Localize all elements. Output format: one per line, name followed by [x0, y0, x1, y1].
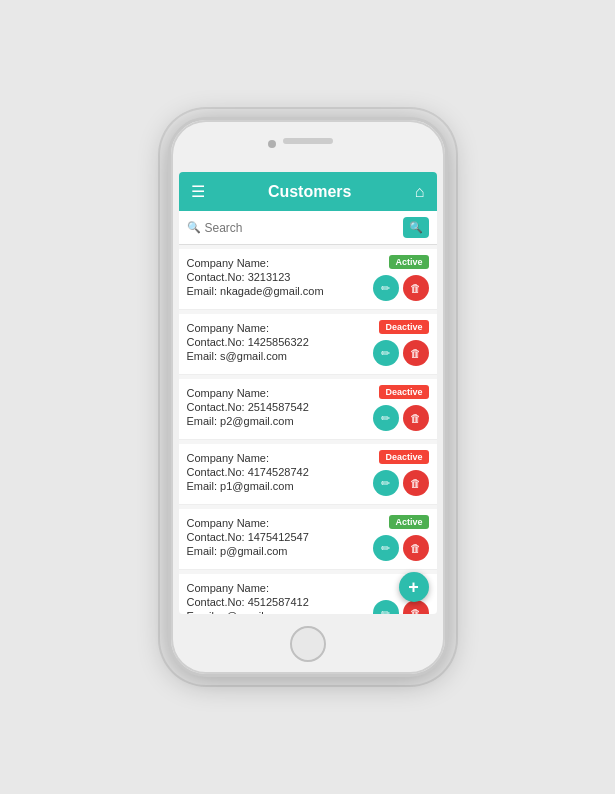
phone-home-button[interactable] [290, 626, 326, 662]
customer-actions: ✏ 🗑 [373, 405, 429, 431]
phone-frame: ☰ Customers ⌂ 🔍 🔍 Active Company Name: C… [168, 117, 448, 677]
add-customer-button[interactable]: + [399, 572, 429, 602]
edit-button[interactable]: ✏ [373, 535, 399, 561]
delete-button[interactable]: 🗑 [403, 340, 429, 366]
customer-actions: ✏ 🗑 [373, 340, 429, 366]
status-badge: Active [389, 515, 428, 529]
page-title: Customers [205, 183, 415, 201]
phone-screen: ☰ Customers ⌂ 🔍 🔍 Active Company Name: C… [179, 172, 437, 614]
status-badge: Active [389, 255, 428, 269]
edit-button[interactable]: ✏ [373, 405, 399, 431]
search-button[interactable]: 🔍 [403, 217, 429, 238]
menu-icon[interactable]: ☰ [191, 182, 205, 201]
customer-actions: ✏ 🗑 [373, 470, 429, 496]
customer-item: Company Name: Contact.No: 4512587412 Ema… [179, 574, 437, 614]
delete-button[interactable]: 🗑 [403, 600, 429, 614]
customer-item: Deactive Company Name: Contact.No: 41745… [179, 444, 437, 505]
edit-button[interactable]: ✏ [373, 600, 399, 614]
delete-button[interactable]: 🗑 [403, 535, 429, 561]
delete-button[interactable]: 🗑 [403, 275, 429, 301]
phone-speaker [283, 138, 333, 144]
edit-button[interactable]: ✏ [373, 275, 399, 301]
customer-item: Active Company Name: Contact.No: 3213123… [179, 249, 437, 310]
edit-button[interactable]: ✏ [373, 470, 399, 496]
delete-button[interactable]: 🗑 [403, 405, 429, 431]
delete-button[interactable]: 🗑 [403, 470, 429, 496]
app-header: ☰ Customers ⌂ [179, 172, 437, 211]
status-badge: Deactive [379, 320, 428, 334]
phone-camera [268, 140, 276, 148]
customer-item: Deactive Company Name: Contact.No: 14258… [179, 314, 437, 375]
search-input[interactable] [205, 221, 403, 235]
customer-actions: ✏ 🗑 [373, 600, 429, 614]
company-name: Company Name: [187, 582, 429, 594]
edit-button[interactable]: ✏ [373, 340, 399, 366]
status-badge: Deactive [379, 385, 428, 399]
customer-item: Deactive Company Name: Contact.No: 25145… [179, 379, 437, 440]
customers-list: Active Company Name: Contact.No: 3213123… [179, 245, 437, 614]
search-icon-left: 🔍 [187, 221, 201, 234]
customer-actions: ✏ 🗑 [373, 535, 429, 561]
status-badge: Deactive [379, 450, 428, 464]
search-bar: 🔍 🔍 [179, 211, 437, 245]
home-icon[interactable]: ⌂ [415, 183, 425, 201]
customer-item: Active Company Name: Contact.No: 1475412… [179, 509, 437, 570]
customer-actions: ✏ 🗑 [373, 275, 429, 301]
